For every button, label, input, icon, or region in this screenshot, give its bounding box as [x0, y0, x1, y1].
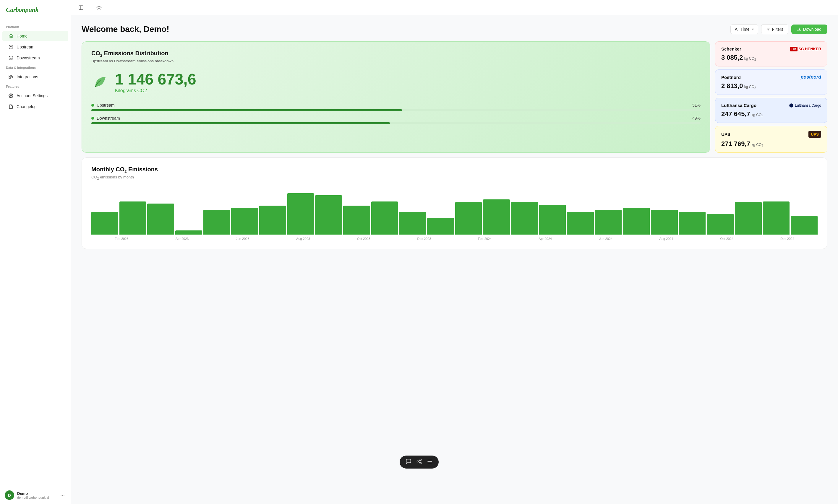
page-title: Welcome back, Demo!	[82, 24, 169, 34]
bar[interactable]	[259, 205, 286, 235]
lufthansa-value: 247 645,7	[721, 110, 750, 118]
integrations-icon	[8, 74, 14, 79]
emissions-unit: Kilograms CO2	[115, 88, 196, 93]
bar[interactable]	[315, 195, 342, 235]
bar[interactable]	[455, 202, 482, 234]
bar[interactable]	[91, 212, 118, 235]
app-name: Carbonpunk	[6, 5, 65, 14]
sidebar-item-upstream[interactable]: Upstream	[2, 42, 68, 52]
bar[interactable]	[203, 210, 230, 235]
bar[interactable]	[147, 203, 174, 235]
sidebar-upstream-label: Upstream	[17, 44, 35, 49]
filters-label: Filters	[772, 27, 783, 32]
emissions-card-subtitle: Upstream vs Downstream emissions breakdo…	[91, 59, 701, 63]
bar-group	[567, 212, 594, 235]
chart-area: Feb 2023Apr 2023Jun 2023Aug 2023Oct 2023…	[91, 187, 818, 240]
svg-line-14	[97, 6, 98, 6]
dashboard-row: CO2 Emissions Distribution Upstream vs D…	[82, 41, 827, 153]
logo: Carbonpunk	[0, 0, 71, 18]
svg-line-29	[418, 460, 420, 461]
share-icon[interactable]	[416, 458, 422, 466]
schenker-logo: DB SC HENKER	[790, 47, 821, 51]
theme-toggle-button[interactable]	[95, 3, 103, 12]
bar-group	[707, 214, 734, 235]
bar[interactable]	[567, 212, 594, 235]
sidebar-item-account-settings[interactable]: Account Settings	[2, 90, 68, 101]
user-profile: D Demo demo@carbonpunk.ai ···	[0, 486, 71, 504]
settings-icon	[8, 93, 14, 98]
x-axis-label: Feb 2024	[455, 237, 515, 240]
ups-unit: kg CO2	[751, 143, 763, 147]
bar-group	[231, 208, 258, 235]
sidebar-item-integrations[interactable]: Integrations	[2, 72, 68, 82]
bar-group	[735, 202, 762, 234]
bar[interactable]	[791, 216, 818, 235]
filters-button[interactable]: Filters	[761, 24, 788, 34]
bar[interactable]	[119, 201, 146, 235]
bar[interactable]	[735, 202, 762, 234]
user-more-button[interactable]: ···	[59, 491, 66, 500]
sidebar-item-downstream[interactable]: Downstream	[2, 53, 68, 63]
x-axis-label: Oct 2024	[697, 237, 757, 240]
bar-group	[119, 201, 146, 235]
bar[interactable]	[399, 212, 426, 235]
bar-group	[287, 193, 314, 235]
changelog-icon	[8, 104, 14, 109]
download-icon	[797, 27, 801, 31]
bar[interactable]	[623, 208, 650, 235]
svg-line-19	[101, 6, 101, 6]
page-header: Welcome back, Demo! All Time ▾ Filters D…	[82, 24, 827, 34]
monthly-chart-card: Monthly CO2 Emissions CO2 emissions by m…	[82, 158, 827, 249]
bar-group	[175, 230, 202, 235]
bar[interactable]	[175, 230, 202, 235]
svg-rect-9	[79, 6, 83, 10]
carrier-name-ups: UPS	[721, 132, 730, 137]
comment-icon[interactable]	[405, 458, 412, 466]
header-actions: All Time ▾ Filters Download	[730, 24, 827, 34]
upstream-icon	[8, 44, 14, 50]
x-axis-label: Feb 2023	[91, 237, 152, 240]
bar-group	[595, 210, 622, 235]
bar-group	[679, 212, 706, 235]
postnord-logo: postnord	[801, 74, 821, 80]
x-axis-label: Jun 2023	[212, 237, 273, 240]
menu-icon[interactable]	[427, 458, 433, 466]
downstream-pct: 49%	[692, 116, 701, 121]
sidebar-item-home[interactable]: Home	[2, 31, 68, 41]
svg-line-15	[101, 9, 101, 9]
sidebar-nav: Platform Home Upstream Downstream Data &…	[0, 18, 71, 486]
bar[interactable]	[427, 218, 454, 235]
bar[interactable]	[371, 201, 398, 235]
bar[interactable]	[707, 214, 734, 235]
bar[interactable]	[595, 210, 622, 235]
carrier-name-postnord: Postnord	[721, 75, 741, 80]
downstream-dot	[91, 117, 94, 120]
bar[interactable]	[231, 208, 258, 235]
schenker-value: 3 085,2	[721, 54, 743, 61]
bar[interactable]	[343, 205, 370, 235]
bar[interactable]	[511, 202, 538, 234]
sidebar-toggle-button[interactable]	[77, 3, 85, 12]
x-axis-label: Aug 2024	[636, 237, 697, 240]
download-button[interactable]: Download	[791, 24, 827, 34]
features-section-label: Features	[0, 83, 71, 90]
bar[interactable]	[763, 201, 790, 235]
bar[interactable]	[679, 212, 706, 235]
bar[interactable]	[483, 199, 510, 235]
bar[interactable]	[651, 210, 678, 235]
bar[interactable]	[539, 205, 566, 235]
emissions-distribution-card: CO2 Emissions Distribution Upstream vs D…	[82, 41, 710, 153]
bar[interactable]	[287, 193, 314, 235]
emissions-breakdown: Upstream 51% Downstream	[91, 103, 701, 124]
time-select-dropdown[interactable]: All Time ▾	[730, 24, 758, 34]
bar-group	[259, 205, 286, 235]
bar-group	[511, 202, 538, 234]
bar-group	[91, 212, 118, 235]
chart-subtitle: CO2 emissions by month	[91, 175, 818, 180]
sidebar-item-changelog[interactable]: Changelog	[2, 101, 68, 112]
svg-point-27	[420, 462, 421, 464]
floating-toolbar	[400, 455, 439, 469]
svg-rect-6	[12, 75, 13, 76]
chevron-down-icon: ▾	[752, 27, 754, 31]
lufthansa-unit: kg CO2	[751, 113, 763, 117]
